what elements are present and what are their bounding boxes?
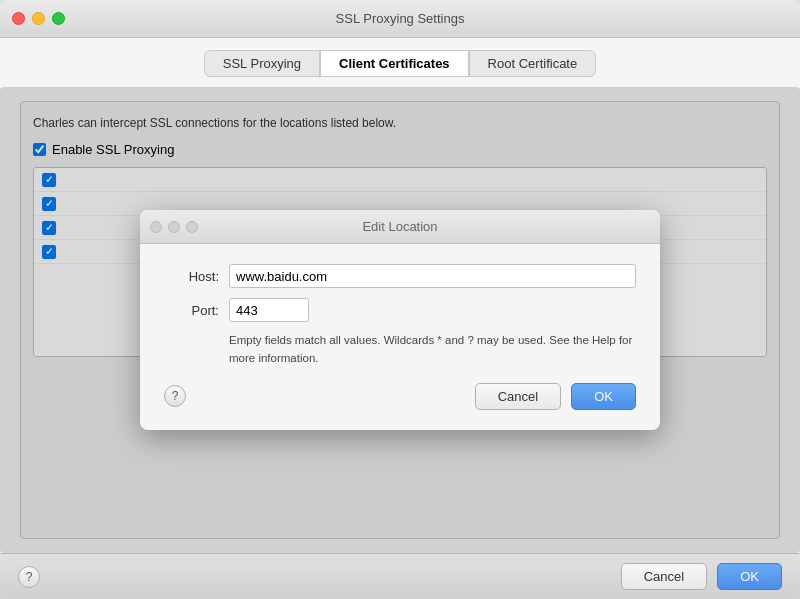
edit-location-dialog: Edit Location Host: Port: Empty f [140,210,660,430]
port-label: Port: [164,303,219,318]
host-label: Host: [164,269,219,284]
dialog-help-button[interactable]: ? [164,385,186,407]
dialog-button-row: ? Cancel OK [164,383,636,414]
port-input[interactable] [229,298,309,322]
minimize-button[interactable] [32,12,45,25]
modal-overlay: Edit Location Host: Port: Empty f [0,87,800,553]
maximize-button[interactable] [52,12,65,25]
content-area: Charles can intercept SSL connections fo… [0,87,800,553]
dialog-ok-button[interactable]: OK [571,383,636,410]
bottom-bar: ? Cancel OK [0,553,800,599]
close-button[interactable] [12,12,25,25]
dialog-cancel-button[interactable]: Cancel [475,383,561,410]
tab-root-certificate[interactable]: Root Certificate [469,50,597,77]
tab-bar: SSL Proxying Client Certificates Root Ce… [0,38,800,87]
dialog-close-icon [150,221,162,233]
help-button[interactable]: ? [18,566,40,588]
title-bar: SSL Proxying Settings [0,0,800,38]
dialog-maximize-icon [186,221,198,233]
tab-client-certificates[interactable]: Client Certificates [320,50,469,77]
main-window: SSL Proxying Settings SSL Proxying Clien… [0,0,800,599]
cancel-button[interactable]: Cancel [621,563,707,590]
dialog-btn-group: Cancel OK [475,383,636,410]
window-title: SSL Proxying Settings [336,11,465,26]
dialog-title: Edit Location [362,219,437,234]
dialog-title-bar: Edit Location [140,210,660,244]
dialog-content: Host: Port: Empty fields match all value… [140,244,660,430]
port-row: Port: [164,298,636,322]
host-row: Host: [164,264,636,288]
dialog-traffic-lights [150,221,198,233]
traffic-lights [12,12,65,25]
bottom-right-buttons: Cancel OK [621,563,782,590]
hint-text: Empty fields match all values. Wildcards… [229,332,636,367]
tab-ssl-proxying[interactable]: SSL Proxying [204,50,320,77]
dialog-minimize-icon [168,221,180,233]
host-input[interactable] [229,264,636,288]
ok-button[interactable]: OK [717,563,782,590]
